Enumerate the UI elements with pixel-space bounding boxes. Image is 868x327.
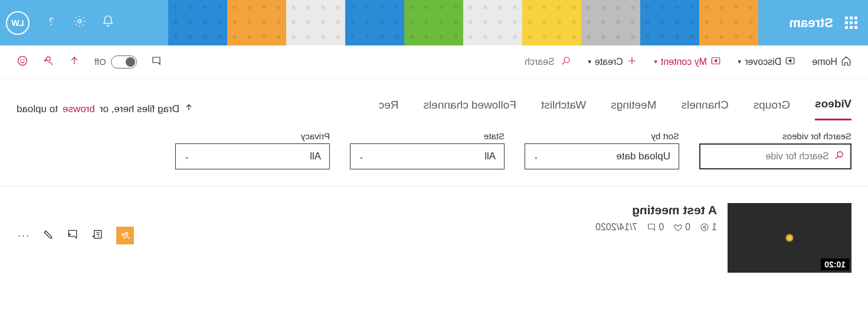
sort-select[interactable]: Upload date ⌄ <box>525 143 679 169</box>
video-thumbnail[interactable]: 10:20 <box>728 203 851 273</box>
navbar: Home Discover ▾ My content ▾ Create ▾ Of… <box>0 45 868 79</box>
heart-icon <box>673 223 683 232</box>
nav-home[interactable]: Home <box>812 55 851 68</box>
nav-home-label: Home <box>812 57 837 67</box>
banner-art <box>168 0 758 45</box>
sort-label: Sort by <box>525 131 679 141</box>
nav-search-input[interactable] <box>507 57 555 67</box>
nav-create-label: Create <box>595 57 623 67</box>
record-toggle-label: Off <box>94 57 106 67</box>
sort-value: Upload date <box>616 151 670 162</box>
nav-my-content[interactable]: My content ▾ <box>654 55 721 68</box>
comment-icon <box>647 223 656 232</box>
privacy-label: Privacy <box>175 131 330 141</box>
chevron-down-icon: ▾ <box>738 58 741 66</box>
nav-search[interactable] <box>507 55 571 68</box>
chevron-down-icon: ⌄ <box>359 153 364 161</box>
search-label: Search for videos <box>699 131 851 141</box>
upload-icon[interactable] <box>68 55 80 69</box>
plus-icon <box>627 55 637 68</box>
video-duration: 10:20 <box>821 259 849 270</box>
smile-icon[interactable] <box>17 55 28 69</box>
svg-point-4 <box>564 57 569 63</box>
video-title[interactable]: A test meeting <box>595 203 717 217</box>
nav-create[interactable]: Create ▾ <box>588 55 637 68</box>
help-icon[interactable] <box>45 15 58 31</box>
tab-videos[interactable]: Videos <box>815 97 851 120</box>
video-date: 7/14/2020 <box>595 222 637 233</box>
tab-followed-channels[interactable]: Followed channels <box>424 99 516 120</box>
svg-point-8 <box>21 59 21 60</box>
browse-link[interactable]: browse <box>63 103 95 115</box>
tab-recycle[interactable]: Rec <box>379 99 399 120</box>
app-name: Stream <box>789 15 833 31</box>
thumbnail-avatar <box>785 234 794 242</box>
nav-discover-label: Discover <box>745 57 781 67</box>
avatar[interactable]: LW <box>6 11 30 35</box>
chevron-down-icon: ⌄ <box>184 153 189 161</box>
feedback-icon[interactable] <box>151 55 162 68</box>
chevron-down-icon: ⌄ <box>533 153 539 161</box>
likes-stat: 0 <box>673 222 690 233</box>
svg-point-10 <box>701 224 708 231</box>
drag-hint: Drag files here, or browse to upload <box>17 103 194 115</box>
more-actions[interactable]: ··· <box>17 230 29 242</box>
privacy-select[interactable]: All ⌄ <box>175 143 330 169</box>
svg-point-9 <box>837 152 843 157</box>
views-icon <box>700 223 709 232</box>
comments-stat: 0 <box>647 222 664 233</box>
tab-channels[interactable]: Channels <box>681 99 728 120</box>
filters: Search for videos Sort by Upload date ⌄ … <box>0 120 868 169</box>
svg-point-6 <box>18 56 27 65</box>
svg-point-1 <box>51 24 52 25</box>
chevron-down-icon: ▾ <box>588 58 591 66</box>
edit-icon[interactable] <box>42 228 54 243</box>
home-icon <box>841 55 851 68</box>
state-label: State <box>350 131 505 141</box>
upload-small-icon <box>184 103 194 115</box>
video-row: 10:20 A test meeting 1 0 0 7/14/2020 <box>0 186 868 279</box>
svg-point-12 <box>122 234 124 236</box>
content-tabs: Videos Groups Channels Meetings Watchlis… <box>0 79 868 120</box>
app-launcher-icon[interactable] <box>845 17 857 29</box>
add-to-list-icon[interactable] <box>91 228 103 243</box>
top-banner: Stream LW <box>0 0 868 45</box>
my-content-icon <box>710 55 721 68</box>
invite-icon[interactable] <box>42 55 54 69</box>
svg-point-5 <box>47 57 51 61</box>
svg-point-0 <box>78 19 81 23</box>
notifications-icon[interactable] <box>101 15 114 31</box>
tab-watchlist[interactable]: Watchlist <box>541 99 586 120</box>
privacy-value: All <box>310 151 321 162</box>
svg-point-11 <box>125 233 128 236</box>
record-toggle[interactable]: Off <box>94 55 137 68</box>
video-actions: ··· <box>17 203 134 244</box>
video-search[interactable] <box>699 143 851 169</box>
tab-meetings[interactable]: Meetings <box>611 99 656 120</box>
video-search-input[interactable] <box>706 151 829 162</box>
state-value: All <box>484 151 496 162</box>
privacy-restricted-icon[interactable] <box>116 227 134 244</box>
nav-my-content-label: My content <box>661 57 707 67</box>
search-icon <box>834 150 844 163</box>
discover-icon <box>785 55 795 68</box>
chevron-down-icon: ▾ <box>654 58 657 66</box>
nav-discover[interactable]: Discover ▾ <box>738 55 795 68</box>
video-stats: 1 0 0 7/14/2020 <box>595 222 717 233</box>
settings-icon[interactable] <box>73 15 86 31</box>
comment-action-icon[interactable] <box>67 228 78 243</box>
svg-point-7 <box>24 59 24 60</box>
tab-groups[interactable]: Groups <box>754 99 790 120</box>
search-icon <box>561 55 571 68</box>
views-stat: 1 <box>700 222 717 233</box>
state-select[interactable]: All ⌄ <box>350 143 505 169</box>
